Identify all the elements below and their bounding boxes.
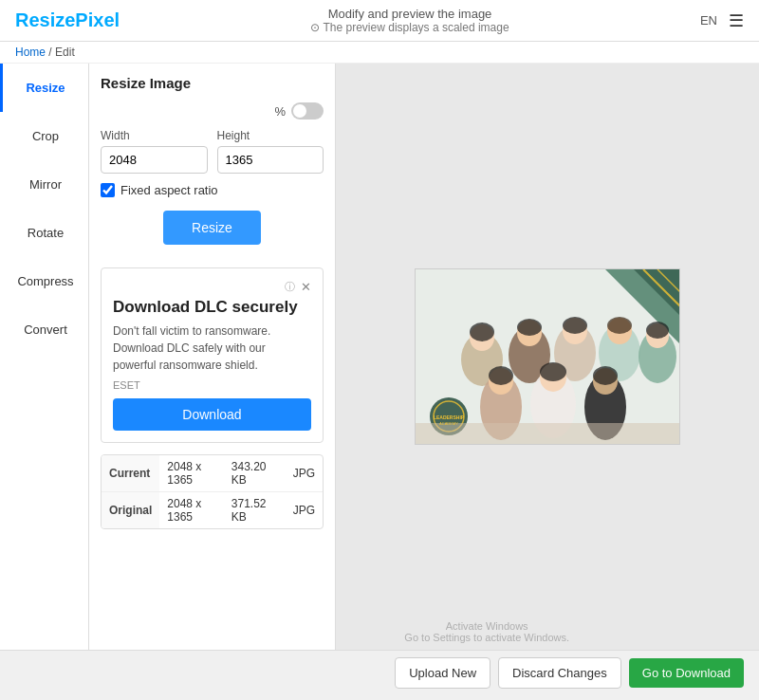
breadcrumb-home[interactable]: Home [15,46,46,59]
resize-button[interactable]: Resize [163,211,261,245]
breadcrumb-separator: / [46,46,55,59]
sidebar-item-rotate[interactable]: Rotate [0,209,88,257]
percent-toggle-row: % [101,102,324,120]
preview-note: ⊙ The preview displays a scaled image [310,21,509,34]
sidebar-item-resize[interactable]: Resize [0,64,88,112]
breadcrumb-current: Edit [55,46,75,59]
sidebar-item-crop[interactable]: Crop [0,112,88,160]
current-dimensions: 2048 x 1365 [159,455,223,492]
current-file-row: Current 2048 x 1365 343.20 KB JPG [102,455,323,492]
svg-point-26 [607,317,632,334]
current-size: 343.20 KB [224,455,286,492]
ad-close-button[interactable]: ✕ [301,280,311,294]
original-dimensions: 2048 x 1365 [159,492,223,529]
original-file-row: Original 2048 x 1365 371.52 KB JPG [102,492,323,529]
main-layout: Resize Crop Mirror Rotate Compress Conve… [0,64,759,650]
upload-new-button[interactable]: Upload New [395,657,491,689]
go-to-download-button[interactable]: Go to Download [629,658,744,688]
dimensions-row: Width 2048 Height 1365 [101,129,324,174]
width-group: Width 2048 [101,129,208,174]
svg-point-23 [470,322,494,341]
ad-download-button[interactable]: Download [113,398,311,431]
svg-point-30 [593,366,618,385]
original-label: Original [102,492,159,529]
preview-image: LEADERSHIP ACADEMY [415,268,680,445]
svg-point-27 [646,322,669,339]
discard-changes-button[interactable]: Discard Changes [498,657,621,689]
header: ResizePixel Modify and preview the image… [0,0,759,42]
width-input[interactable]: 2048 [101,146,208,174]
percent-toggle-switch[interactable] [291,102,324,120]
height-label: Height [217,129,324,142]
sidebar-item-convert[interactable]: Convert [0,305,88,354]
svg-point-25 [563,317,587,334]
sidebar-item-mirror[interactable]: Mirror [0,160,88,209]
header-title: Modify and preview the image [310,7,509,21]
breadcrumb: Home / Edit [0,42,759,64]
svg-point-29 [540,362,566,381]
height-group: Height 1365 [217,129,324,174]
height-input[interactable]: 1365 [217,146,324,174]
percent-label: % [274,104,286,119]
sidebar-item-compress[interactable]: Compress [0,257,88,305]
language-selector[interactable]: EN [700,13,717,28]
original-format: JPG [286,492,323,529]
ad-brand: ESET [113,379,311,391]
ad-info-icon: ⓘ [285,280,295,294]
hamburger-icon[interactable]: ☰ [729,10,744,31]
ad-title: Download DLC securely [113,298,311,317]
current-format: JPG [286,455,323,492]
ad-header: ⓘ ✕ [113,280,311,294]
panel-title: Resize Image [101,75,324,91]
aspect-ratio-checkbox[interactable] [101,183,115,197]
svg-point-24 [517,319,542,336]
aspect-ratio-label: Fixed aspect ratio [120,183,218,197]
ad-box: ⓘ ✕ Download DLC securely Don't fall vic… [101,267,324,443]
ad-description: Don't fall victim to ransomware. Downloa… [113,322,311,374]
preview-image-svg: LEADERSHIP ACADEMY [416,269,680,445]
width-label: Width [101,129,208,142]
svg-rect-31 [416,423,680,445]
preview-area: LEADERSHIP ACADEMY [336,64,759,650]
sidebar: Resize Crop Mirror Rotate Compress Conve… [0,64,89,650]
logo: ResizePixel [15,9,120,31]
svg-text:LEADERSHIP: LEADERSHIP [434,414,465,420]
file-info-table: Current 2048 x 1365 343.20 KB JPG Origin… [101,454,324,529]
aspect-ratio-row: Fixed aspect ratio [101,183,324,197]
current-label: Current [102,455,159,492]
panel: Resize Image % Width 2048 Height 1365 Fi… [89,64,336,650]
svg-point-28 [489,366,513,385]
bottom-bar: Activate Windows Go to Settings to activ… [0,650,759,695]
header-center: Modify and preview the image ⊙ The previ… [310,7,509,34]
original-size: 371.52 KB [224,492,286,529]
logo-resize-text: ResizePixel [15,9,120,30]
svg-text:ACADEMY: ACADEMY [439,421,458,426]
header-right: EN ☰ [700,10,744,31]
